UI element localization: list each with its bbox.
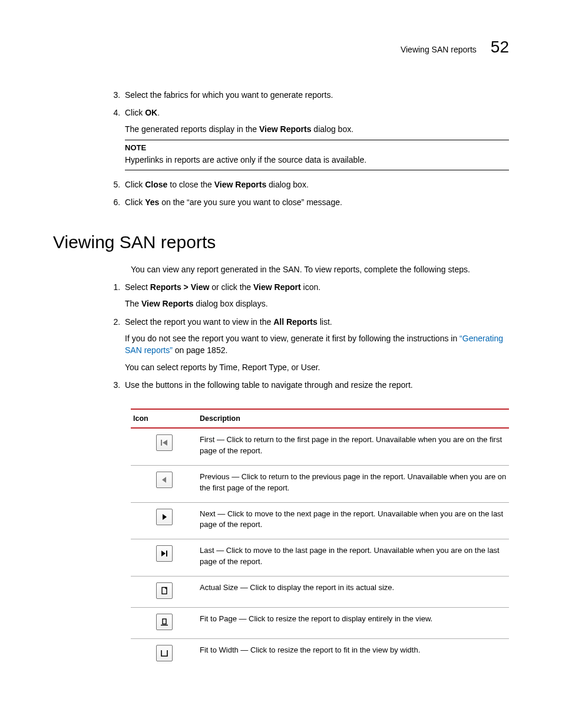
- desc-cell: Previous — Click to return to the previo…: [197, 465, 509, 502]
- ordered-list-top: Select the fabrics for which you want to…: [123, 89, 509, 209]
- list-item: Click OK.The generated reports display i…: [123, 107, 509, 170]
- list-item: Use the buttons in the following table t…: [123, 379, 509, 391]
- sub-paragraph: The generated reports display in the Vie…: [125, 123, 509, 135]
- desc-cell: Last — Click to move to the last page in…: [197, 539, 509, 577]
- fitwidth-icon: [156, 645, 173, 661]
- prev-icon: [156, 472, 173, 488]
- top-steps-block: Select the fabrics for which you want to…: [131, 89, 509, 209]
- bold-token: All Reports: [273, 317, 318, 327]
- svg-rect-8: [163, 619, 166, 624]
- table-row: First — Click to return to the first pag…: [131, 428, 509, 465]
- table-row: Last — Click to move to the last page in…: [131, 539, 509, 577]
- icon-cell: [131, 465, 197, 502]
- table-row: Previous — Click to return to the previo…: [131, 465, 509, 502]
- first-icon: [156, 434, 173, 451]
- bold-token: View Reports: [259, 124, 311, 134]
- table-row: Actual Size — Click to display the repor…: [131, 576, 509, 607]
- table-row: Next — Click to move to the next page in…: [131, 502, 509, 539]
- ordered-list-view: Select Reports > View or click the View …: [123, 281, 509, 391]
- th-desc: Description: [197, 409, 509, 428]
- list-item: Select Reports > View or click the View …: [123, 281, 509, 310]
- nav-icon-table: Icon Description First — Click to return…: [131, 409, 509, 670]
- icon-cell: [131, 576, 197, 607]
- intro-paragraph: You can view any report generated in the…: [131, 263, 509, 275]
- desc-cell: Fit to Width — Click to resize the repor…: [197, 638, 509, 670]
- desc-cell: Fit to Page — Click to resize the report…: [197, 607, 509, 638]
- table-row: Fit to Page — Click to resize the report…: [131, 607, 509, 638]
- icon-cell: [131, 607, 197, 638]
- note-text: Hyperlinks in reports are active only if…: [125, 154, 509, 166]
- sub-paragraph: You can select reports by Time, Report T…: [125, 361, 509, 373]
- page-number: 52: [491, 35, 509, 60]
- sub-paragraph: If you do not see the report you want to…: [125, 332, 509, 357]
- view-section-block: You can view any report generated in the…: [131, 263, 509, 670]
- note-box: NOTEHyperlinks in reports are active onl…: [125, 140, 509, 170]
- list-item: Click Yes on the “are you sure you want …: [123, 196, 509, 208]
- bold-token: Reports > View: [150, 282, 210, 292]
- svg-marker-3: [163, 514, 167, 520]
- bold-token: Yes: [145, 197, 159, 207]
- desc-cell: First — Click to return to the first pag…: [197, 428, 509, 465]
- list-item: Click Close to close the View Reports di…: [123, 179, 509, 190]
- bold-token: View Report: [253, 282, 301, 292]
- list-item: Select the fabrics for which you want to…: [123, 89, 509, 101]
- icon-cell: [131, 428, 197, 465]
- svg-marker-4: [161, 551, 166, 556]
- running-header: Viewing SAN reports 52: [53, 35, 509, 60]
- svg-marker-1: [163, 440, 167, 446]
- th-icon: Icon: [131, 409, 197, 428]
- bold-token: OK: [145, 108, 157, 117]
- last-icon: [156, 545, 173, 562]
- cross-reference-link[interactable]: “Generating SAN reports”: [125, 334, 503, 355]
- sub-paragraph: The View Reports dialog box displays.: [125, 298, 509, 309]
- fitpage-icon: [156, 614, 173, 630]
- list-item: Select the report you want to view in th…: [123, 316, 509, 373]
- bold-token: Close: [145, 180, 167, 189]
- desc-cell: Next — Click to move to the next page in…: [197, 502, 509, 539]
- bold-token: View Reports: [141, 299, 193, 308]
- table-row: Fit to Width — Click to resize the repor…: [131, 638, 509, 670]
- icon-cell: [131, 638, 197, 670]
- desc-cell: Actual Size — Click to display the repor…: [197, 576, 509, 607]
- table-body: First — Click to return to the first pag…: [131, 428, 509, 670]
- running-title: Viewing SAN reports: [401, 44, 477, 55]
- svg-rect-5: [166, 551, 167, 556]
- actual-icon: [156, 582, 173, 599]
- bold-token: View Reports: [214, 180, 266, 189]
- section-heading: Viewing SAN reports: [53, 229, 509, 255]
- icon-cell: [131, 502, 197, 539]
- svg-marker-2: [162, 477, 166, 483]
- note-label: NOTE: [125, 143, 509, 154]
- icon-cell: [131, 539, 197, 577]
- next-icon: [156, 509, 173, 525]
- svg-rect-0: [161, 440, 162, 446]
